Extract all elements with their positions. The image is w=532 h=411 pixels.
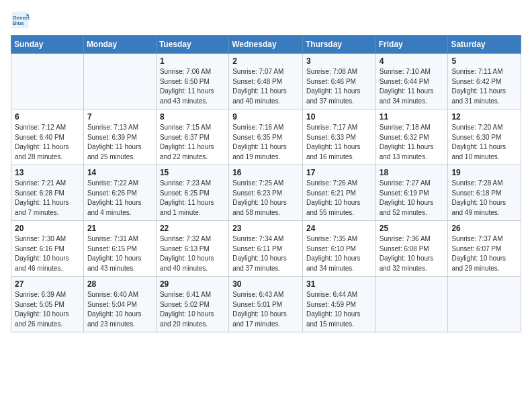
calendar-cell: 22Sunrise: 7:32 AM Sunset: 6:13 PM Dayli… [156,221,228,277]
calendar-cell: 9Sunrise: 7:16 AM Sunset: 6:35 PM Daylig… [229,109,303,165]
calendar-cell: 11Sunrise: 7:18 AM Sunset: 6:32 PM Dayli… [375,109,448,165]
day-number: 9 [232,112,299,122]
calendar-cell: 7Sunrise: 7:13 AM Sunset: 6:39 PM Daylig… [83,109,156,165]
calendar-cell: 13Sunrise: 7:21 AM Sunset: 6:28 PM Dayli… [11,165,84,221]
calendar-cell [375,277,448,332]
calendar-cell: 10Sunrise: 7:17 AM Sunset: 6:33 PM Dayli… [302,109,375,165]
day-number: 1 [160,56,225,66]
day-number: 7 [87,112,152,122]
day-info: Sunrise: 7:11 AM Sunset: 6:42 PM Dayligh… [451,67,517,106]
calendar-cell: 1Sunrise: 7:06 AM Sunset: 6:50 PM Daylig… [156,54,228,109]
day-number: 20 [15,224,80,233]
weekday-header: Friday [375,36,448,54]
calendar-cell: 4Sunrise: 7:10 AM Sunset: 6:44 PM Daylig… [375,54,448,109]
page-header: General Blue [11,11,521,30]
day-number: 6 [15,112,80,122]
calendar-cell: 28Sunrise: 6:40 AM Sunset: 5:04 PM Dayli… [83,277,156,332]
calendar-cell: 12Sunrise: 7:20 AM Sunset: 6:30 PM Dayli… [448,109,521,165]
day-number: 5 [451,56,517,66]
calendar-cell: 21Sunrise: 7:31 AM Sunset: 6:15 PM Dayli… [83,221,156,277]
day-number: 24 [306,224,372,233]
day-info: Sunrise: 7:28 AM Sunset: 6:18 PM Dayligh… [451,179,517,218]
weekday-header: Sunday [11,36,84,54]
day-info: Sunrise: 7:32 AM Sunset: 6:13 PM Dayligh… [160,234,225,273]
calendar-cell: 26Sunrise: 7:37 AM Sunset: 6:07 PM Dayli… [448,221,521,277]
day-info: Sunrise: 7:34 AM Sunset: 6:11 PM Dayligh… [232,234,299,273]
day-info: Sunrise: 7:26 AM Sunset: 6:21 PM Dayligh… [306,179,372,218]
day-info: Sunrise: 7:08 AM Sunset: 6:46 PM Dayligh… [306,67,372,106]
day-info: Sunrise: 7:31 AM Sunset: 6:15 PM Dayligh… [87,234,152,273]
day-number: 16 [232,168,299,177]
calendar-cell [83,54,156,109]
calendar-cell: 24Sunrise: 7:35 AM Sunset: 6:10 PM Dayli… [302,221,375,277]
day-number: 12 [451,112,517,122]
day-number: 4 [380,56,445,66]
calendar-cell [11,54,84,109]
calendar-cell: 30Sunrise: 6:43 AM Sunset: 5:01 PM Dayli… [229,277,303,332]
day-info: Sunrise: 7:20 AM Sunset: 6:30 PM Dayligh… [451,123,517,162]
calendar-cell: 16Sunrise: 7:25 AM Sunset: 6:23 PM Dayli… [229,165,303,221]
day-info: Sunrise: 7:06 AM Sunset: 6:50 PM Dayligh… [160,67,225,106]
calendar-cell: 2Sunrise: 7:07 AM Sunset: 6:48 PM Daylig… [229,54,303,109]
day-number: 22 [160,224,225,233]
day-info: Sunrise: 6:43 AM Sunset: 5:01 PM Dayligh… [232,290,299,329]
day-number: 30 [232,279,299,289]
day-info: Sunrise: 7:30 AM Sunset: 6:16 PM Dayligh… [15,234,80,273]
day-info: Sunrise: 7:35 AM Sunset: 6:10 PM Dayligh… [306,234,372,273]
day-info: Sunrise: 6:40 AM Sunset: 5:04 PM Dayligh… [87,290,152,329]
calendar-cell: 29Sunrise: 6:41 AM Sunset: 5:02 PM Dayli… [156,277,228,332]
day-info: Sunrise: 6:44 AM Sunset: 4:59 PM Dayligh… [306,290,372,329]
day-info: Sunrise: 7:37 AM Sunset: 6:07 PM Dayligh… [451,234,517,273]
weekday-header: Monday [83,36,156,54]
calendar-cell: 18Sunrise: 7:27 AM Sunset: 6:19 PM Dayli… [375,165,448,221]
calendar-cell: 23Sunrise: 7:34 AM Sunset: 6:11 PM Dayli… [229,221,303,277]
calendar-cell: 6Sunrise: 7:12 AM Sunset: 6:40 PM Daylig… [11,109,84,165]
logo: General Blue [11,11,32,30]
day-number: 17 [306,168,372,177]
day-info: Sunrise: 7:15 AM Sunset: 6:37 PM Dayligh… [160,123,225,162]
calendar-cell: 20Sunrise: 7:30 AM Sunset: 6:16 PM Dayli… [11,221,84,277]
day-number: 27 [15,279,80,289]
day-number: 29 [160,279,225,289]
calendar-cell: 27Sunrise: 6:39 AM Sunset: 5:05 PM Dayli… [11,277,84,332]
day-number: 3 [306,56,372,66]
day-info: Sunrise: 7:10 AM Sunset: 6:44 PM Dayligh… [380,67,445,106]
day-info: Sunrise: 7:07 AM Sunset: 6:48 PM Dayligh… [232,67,299,106]
calendar-cell [448,277,521,332]
calendar-cell: 17Sunrise: 7:26 AM Sunset: 6:21 PM Dayli… [302,165,375,221]
logo-icon: General Blue [11,11,30,30]
day-info: Sunrise: 7:25 AM Sunset: 6:23 PM Dayligh… [232,179,299,218]
day-number: 11 [380,112,445,122]
day-number: 21 [87,224,152,233]
calendar-cell: 19Sunrise: 7:28 AM Sunset: 6:18 PM Dayli… [448,165,521,221]
day-info: Sunrise: 7:23 AM Sunset: 6:25 PM Dayligh… [160,179,225,218]
svg-text:Blue: Blue [13,20,24,26]
day-number: 31 [306,279,372,289]
day-number: 19 [451,168,517,177]
calendar-cell: 3Sunrise: 7:08 AM Sunset: 6:46 PM Daylig… [302,54,375,109]
day-number: 18 [380,168,445,177]
calendar-cell: 8Sunrise: 7:15 AM Sunset: 6:37 PM Daylig… [156,109,228,165]
calendar-cell: 25Sunrise: 7:36 AM Sunset: 6:08 PM Dayli… [375,221,448,277]
calendar-cell: 31Sunrise: 6:44 AM Sunset: 4:59 PM Dayli… [302,277,375,332]
weekday-header: Tuesday [156,36,228,54]
day-number: 14 [87,168,152,177]
day-number: 15 [160,168,225,177]
day-info: Sunrise: 7:18 AM Sunset: 6:32 PM Dayligh… [380,123,445,162]
day-info: Sunrise: 7:13 AM Sunset: 6:39 PM Dayligh… [87,123,152,162]
calendar-cell: 14Sunrise: 7:22 AM Sunset: 6:26 PM Dayli… [83,165,156,221]
weekday-header: Wednesday [229,36,303,54]
day-info: Sunrise: 7:17 AM Sunset: 6:33 PM Dayligh… [306,123,372,162]
calendar-table: SundayMondayTuesdayWednesdayThursdayFrid… [11,35,521,332]
day-number: 23 [232,224,299,233]
weekday-header: Thursday [302,36,375,54]
calendar-cell: 15Sunrise: 7:23 AM Sunset: 6:25 PM Dayli… [156,165,228,221]
day-number: 28 [87,279,152,289]
day-number: 8 [160,112,225,122]
day-info: Sunrise: 7:27 AM Sunset: 6:19 PM Dayligh… [380,179,445,218]
weekday-header: Saturday [448,36,521,54]
day-info: Sunrise: 6:39 AM Sunset: 5:05 PM Dayligh… [15,290,80,329]
day-number: 2 [232,56,299,66]
day-info: Sunrise: 7:12 AM Sunset: 6:40 PM Dayligh… [15,123,80,162]
day-info: Sunrise: 6:41 AM Sunset: 5:02 PM Dayligh… [160,290,225,329]
